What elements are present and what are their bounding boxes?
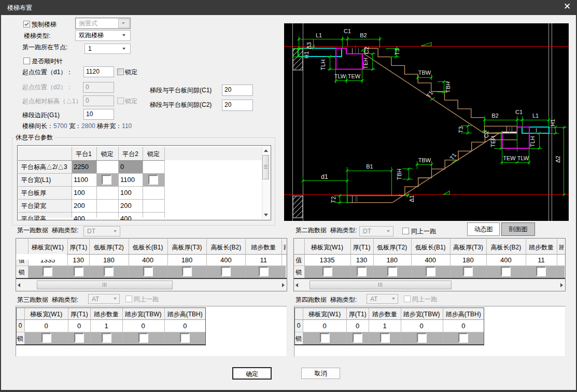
svg-text:T3: T3 — [394, 49, 400, 55]
svg-text:T2: T2 — [330, 197, 336, 203]
svg-text:B2: B2 — [360, 32, 367, 38]
svg-text:B2: B2 — [491, 113, 498, 119]
svg-text:T3: T3 — [458, 127, 464, 133]
svg-text:TLH: TLH — [320, 60, 326, 71]
svg-text:B1: B1 — [366, 163, 373, 170]
svg-text:TEH: TEH — [362, 58, 369, 69]
svg-text:C1: C1 — [515, 109, 523, 115]
svg-text:TLW: TLW — [517, 155, 529, 161]
svg-text:TEH: TEH — [490, 136, 496, 147]
svg-text:TBW: TBW — [418, 157, 431, 163]
svg-text:d1: d1 — [321, 173, 328, 180]
svg-text:L1: L1 — [316, 32, 322, 38]
svg-text:C2: C2 — [483, 131, 489, 138]
svg-text:Δ1: Δ1 — [409, 195, 415, 202]
svg-text:Δ3: Δ3 — [306, 42, 312, 49]
svg-text:L1: L1 — [532, 113, 539, 119]
svg-text:TLH: TLH — [529, 136, 536, 147]
svg-text:TEW: TEW — [348, 73, 361, 79]
svg-text:TBH: TBH — [445, 81, 451, 93]
svg-text:TBW: TBW — [418, 69, 431, 76]
svg-text:TLW: TLW — [334, 73, 346, 79]
svg-text:TEW: TEW — [503, 155, 516, 161]
svg-text:C2: C2 — [363, 47, 370, 54]
svg-text:Δ2: Δ2 — [555, 156, 561, 162]
svg-text:H1: H1 — [303, 51, 309, 59]
svg-text:C1: C1 — [344, 28, 351, 34]
svg-text:H1: H1 — [550, 119, 556, 126]
svg-text:TBH: TBH — [396, 169, 402, 180]
